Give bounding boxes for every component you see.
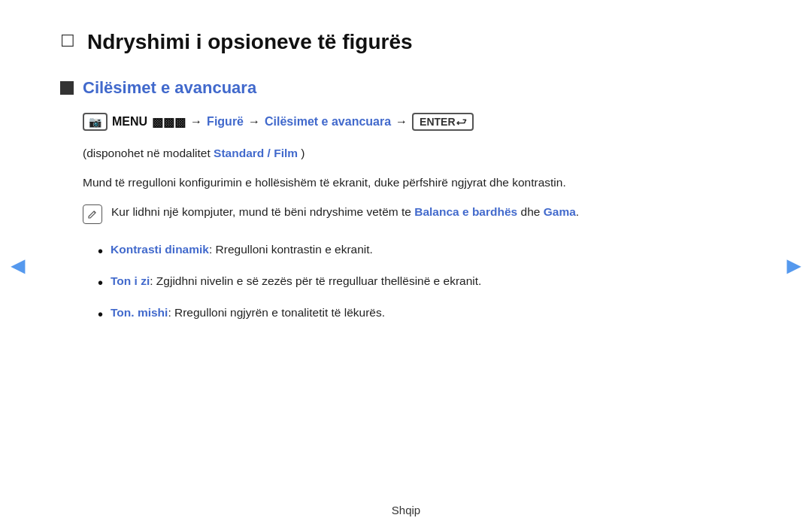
menu-label: MENU xyxy=(112,115,147,129)
menu-suffix: ▩▩▩ xyxy=(152,115,186,129)
bullet-list: • Kontrasti dinamik: Rregulloni kontrast… xyxy=(98,241,752,326)
availability-text: (disponohet në modalitet Standard / Film… xyxy=(83,144,752,163)
note-text-part2: dhe xyxy=(521,205,541,218)
bullet-1-label: Kontrasti dinamik xyxy=(111,243,209,256)
menu-arrow-1: → xyxy=(190,115,202,129)
availability-prefix: (disponohet në modalitet xyxy=(83,147,211,159)
bullet-1-text: Kontrasti dinamik: Rregulloni kontrastin… xyxy=(111,241,373,259)
page-title: Ndryshimi i opsioneve të figurës xyxy=(87,30,413,54)
bullet-dot-1: • xyxy=(98,239,103,263)
bullet-dot-3: • xyxy=(98,302,103,326)
bullet-2-text: Ton i zi: Zgjidhni nivelin e së zezës pë… xyxy=(111,272,481,291)
bullet-3-label: Ton. mishi xyxy=(111,306,168,319)
note-text-part1: Kur lidhni një kompjuter, mund të bëni n… xyxy=(111,205,411,218)
bullet-3-desc: Rregulloni ngjyrën e tonalitetit të lëku… xyxy=(171,306,385,319)
nav-arrow-left[interactable]: ◄ xyxy=(6,251,30,279)
enter-box: ENTER⮐ xyxy=(412,113,473,131)
note-row: Kur lidhni një kompjuter, mund të bëni n… xyxy=(83,203,752,224)
note-icon xyxy=(83,204,102,224)
footer: Shqip xyxy=(0,504,812,516)
note-text: Kur lidhni një kompjuter, mund të bëni n… xyxy=(111,203,579,222)
bullet-2-desc: Zgjidhni nivelin e së zezës për të rregu… xyxy=(153,274,482,287)
bullet-1-desc: Rregulloni kontrastin e ekranit. xyxy=(212,243,373,256)
footer-language: Shqip xyxy=(392,504,420,516)
menu-link-figure: Figurë xyxy=(207,115,244,129)
menu-path: 📷 MENU ▩▩▩ → Figurë → Cilësimet e avancu… xyxy=(83,113,752,131)
menu-icon-box: 📷 xyxy=(83,113,108,131)
menu-link-cilesimet: Cilësimet e avancuara xyxy=(265,115,391,129)
body-description: Mund të rregulloni konfigurimin e hollës… xyxy=(83,174,752,192)
menu-arrow-3: → xyxy=(395,115,408,129)
list-item: • Ton i zi: Zgjidhni nivelin e së zezës … xyxy=(98,272,752,295)
section-square-icon xyxy=(60,81,74,95)
section-title: Cilësimet e avancuara xyxy=(83,78,256,98)
availability-link: Standard / Film xyxy=(214,147,298,159)
note-link-balanca: Balanca e bardhës xyxy=(414,205,517,218)
list-item: • Ton. mishi: Rregulloni ngjyrën e tonal… xyxy=(98,304,752,326)
note-text-part3: . xyxy=(576,205,579,218)
page-container: ☐ Ndryshimi i opsioneve të figurës Cilës… xyxy=(0,0,812,530)
menu-icon-symbol: 📷 xyxy=(89,116,102,128)
page-title-row: ☐ Ndryshimi i opsioneve të figurës xyxy=(60,30,752,54)
nav-arrow-right[interactable]: ► xyxy=(782,251,806,279)
note-link-gama: Gama xyxy=(544,205,576,218)
menu-arrow-2: → xyxy=(248,115,260,129)
bullet-3-text: Ton. mishi: Rregulloni ngjyrën e tonalit… xyxy=(111,304,385,323)
list-item: • Kontrasti dinamik: Rregulloni kontrast… xyxy=(98,241,752,263)
checkbox-icon: ☐ xyxy=(60,32,75,51)
bullet-dot-2: • xyxy=(98,271,103,295)
bullet-2-label: Ton i zi xyxy=(111,274,150,287)
section-title-row: Cilësimet e avancuara xyxy=(60,78,752,98)
availability-end: ) xyxy=(301,147,304,159)
